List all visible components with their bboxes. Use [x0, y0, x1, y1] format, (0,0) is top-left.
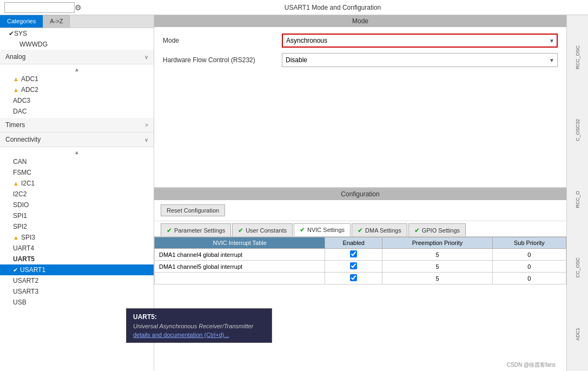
- sidebar-item-adc3[interactable]: ADC3: [0, 95, 154, 106]
- warn-icon-spi3: ▲: [13, 234, 19, 241]
- col-enabled: Enabled: [325, 237, 382, 249]
- enabled-checkbox-1[interactable]: [350, 250, 357, 257]
- sidebar-item-i2c2[interactable]: I2C2: [0, 189, 154, 200]
- check-icon-usart1: ✔: [13, 267, 18, 274]
- wwdg-label: WWWDG: [19, 41, 48, 48]
- tab-bar: Categories A->Z: [0, 15, 154, 28]
- nvic-table: NVIC Interrupt Table Enabled Preemption …: [154, 237, 566, 284]
- tab-user-constants[interactable]: ✔ User Constants: [232, 223, 293, 236]
- mode-row: Mode Asynchronous Synchronous Disable ▼: [163, 34, 558, 48]
- nvic-table-container: NVIC Interrupt Table Enabled Preemption …: [154, 237, 566, 371]
- edge-label-4: CC_OSC: [575, 257, 580, 278]
- timers-label: Timers: [5, 121, 25, 129]
- col-sub-priority: Sub Priority: [492, 237, 566, 249]
- sidebar-item-i2c1[interactable]: ▲ I2C1: [0, 178, 154, 189]
- sidebar-item-usart2[interactable]: USART2: [0, 275, 154, 286]
- sidebar-item-fsmc[interactable]: FSMC: [0, 167, 154, 178]
- gear-icon[interactable]: ⚙: [75, 3, 82, 12]
- enabled-checkbox-2[interactable]: [350, 262, 357, 269]
- watermark: CSDN @徐霞客fans: [507, 361, 556, 369]
- scroll-up-analog[interactable]: ▲: [0, 65, 154, 74]
- enabled-cell-1[interactable]: [325, 249, 382, 261]
- tab-dma-settings[interactable]: ✔ DMA Settings: [352, 223, 407, 236]
- tooltip-desc: Universal Asynchronous Receiver/Transmit…: [133, 323, 265, 329]
- edge-label-3: RCC_O: [575, 191, 580, 208]
- warn-icon-adc1: ▲: [13, 76, 19, 82]
- reset-config-button[interactable]: Reset Configuration: [161, 204, 225, 216]
- hw-flow-label: Hardware Flow Control (RS232): [163, 56, 282, 64]
- tab-nvic-settings[interactable]: ✔ NVIC Settings: [294, 223, 351, 236]
- tooltip-link[interactable]: details and documentation (Ctrl+d)...: [133, 332, 229, 338]
- section-timers[interactable]: Timers >: [0, 118, 154, 132]
- tab-parameter-settings[interactable]: ✔ Parameter Settings: [161, 223, 231, 236]
- mode-select[interactable]: Asynchronous Synchronous Disable: [282, 34, 558, 48]
- sidebar-item-spi2[interactable]: SPI2: [0, 221, 154, 232]
- mode-label: Mode: [163, 37, 282, 44]
- preemption-cell-1: 5: [382, 249, 493, 261]
- sub-priority-cell-2: 0: [492, 261, 566, 273]
- enabled-cell-2[interactable]: [325, 261, 382, 273]
- edge-label-5: ADC1: [575, 328, 580, 341]
- tab-categories[interactable]: Categories: [0, 15, 43, 28]
- edge-label-1: RCC_OSC: [575, 45, 580, 69]
- enabled-cell-3[interactable]: [325, 273, 382, 284]
- analog-label: Analog: [5, 53, 25, 61]
- page-title: USART1 Mode and Configuration: [82, 4, 584, 11]
- sidebar-item-wwdg[interactable]: WWWDG: [0, 39, 154, 50]
- edge-label-2: C_OSC32: [575, 119, 580, 141]
- search-input[interactable]: [5, 4, 74, 11]
- search-box[interactable]: [4, 2, 75, 13]
- enabled-checkbox-3[interactable]: [350, 274, 357, 281]
- sub-priority-cell-3: 0: [492, 273, 566, 284]
- sys-check-icon: ✔: [9, 30, 14, 37]
- sidebar-item-spi3[interactable]: ▲ SPI3: [0, 232, 154, 243]
- right-edge: RCC_OSC C_OSC32 RCC_O CC_OSC ADC1: [566, 15, 588, 371]
- connectivity-label: Connectivity: [5, 136, 41, 143]
- sidebar-item-usb[interactable]: USB: [0, 297, 154, 308]
- sidebar-item-adc2[interactable]: ▲ ADC2: [0, 84, 154, 95]
- mode-title: Mode: [154, 15, 566, 27]
- preemption-cell-2: 5: [382, 261, 493, 273]
- config-title: Configuration: [154, 188, 566, 200]
- interrupt-name-3: [155, 273, 325, 284]
- sidebar-item-can[interactable]: CAN: [0, 156, 154, 167]
- sidebar-item-sdio[interactable]: SDIO: [0, 200, 154, 210]
- check-dma: ✔: [358, 227, 363, 234]
- tooltip-title: UART5:: [133, 313, 265, 321]
- mode-section: Mode Mode Asynchronous Synchronous Disab…: [154, 15, 566, 188]
- check-gpio: ✔: [414, 227, 420, 234]
- sidebar-item-usart3[interactable]: USART3: [0, 286, 154, 297]
- sidebar-item-uart5[interactable]: UART5: [0, 254, 154, 264]
- analog-items: ▲ ▲ ADC1 ▲ ADC2 ADC3 DAC: [0, 64, 154, 118]
- section-connectivity[interactable]: Connectivity ∨: [0, 132, 154, 147]
- sidebar-item-uart4[interactable]: UART4: [0, 243, 154, 254]
- mode-select-wrapper: Asynchronous Synchronous Disable ▼: [282, 34, 558, 48]
- warn-icon-i2c1: ▲: [13, 180, 19, 187]
- sidebar-item-dac[interactable]: DAC: [0, 106, 154, 117]
- mode-content: Mode Asynchronous Synchronous Disable ▼ …: [154, 27, 566, 79]
- hw-flow-row: Hardware Flow Control (RS232) Disable En…: [163, 53, 558, 67]
- hw-flow-select-wrapper: Disable Enable ▼: [282, 53, 558, 67]
- col-preemption: Preemption Priority: [382, 237, 493, 249]
- tab-atoz[interactable]: A->Z: [43, 15, 70, 28]
- sidebar-item-usart1[interactable]: ✔ USART1: [0, 264, 154, 275]
- interrupt-name-1: DMA1 channel4 global interrupt: [155, 249, 325, 261]
- table-row: 5 0: [155, 273, 566, 284]
- connectivity-arrow: ∨: [144, 137, 148, 143]
- connectivity-items: ▲ CAN FSMC ▲ I2C1 I2C2 SDIO SPI1 SPI2 ▲ …: [0, 147, 154, 309]
- preemption-cell-3: 5: [382, 273, 493, 284]
- mode-placeholder: [154, 79, 566, 187]
- sidebar-item-sys[interactable]: ✔ SYS: [0, 28, 154, 39]
- scroll-up-connectivity[interactable]: ▲: [0, 148, 154, 156]
- sys-label: SYS: [14, 30, 27, 37]
- config-toolbar: Reset Configuration: [154, 200, 566, 221]
- sidebar-item-spi1[interactable]: SPI1: [0, 210, 154, 221]
- warn-icon-adc2: ▲: [13, 87, 19, 93]
- sidebar-item-adc1[interactable]: ▲ ADC1: [0, 74, 154, 84]
- hw-flow-select[interactable]: Disable Enable: [282, 53, 558, 67]
- tab-gpio-settings[interactable]: ✔ GPIO Settings: [408, 223, 466, 236]
- interrupt-name-2: DMA1 channel5 global interrupt: [155, 261, 325, 273]
- config-section: Configuration Reset Configuration ✔ Para…: [154, 188, 566, 371]
- check-parameter: ✔: [167, 227, 172, 234]
- section-analog[interactable]: Analog ∨: [0, 50, 154, 64]
